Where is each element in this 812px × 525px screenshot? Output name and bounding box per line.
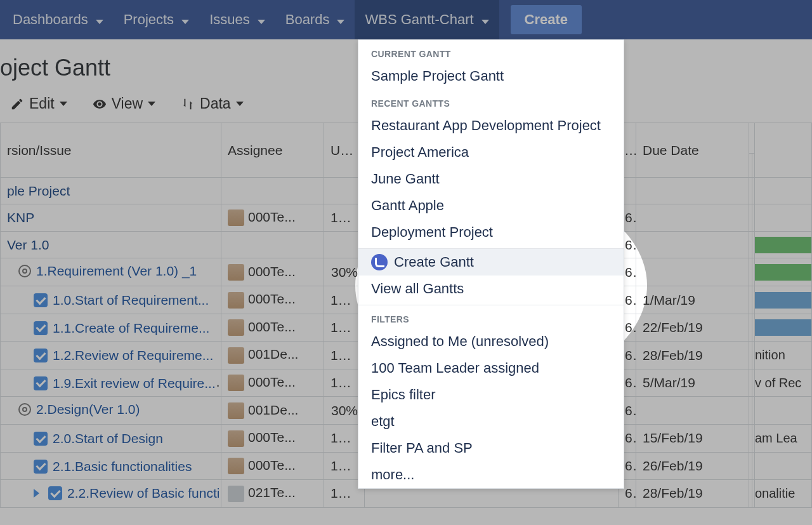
task-name: 1.0.Start of Requirement...: [53, 293, 209, 308]
col-week: Mon 1: [749, 123, 755, 154]
create-gantt-icon: [371, 254, 388, 270]
task-name: 2.2.Review of Basic functi...: [67, 486, 221, 501]
dropdown-item-label: Create Gantt: [394, 254, 474, 270]
assignee-name: 000Te...: [248, 264, 296, 279]
dropdown-item[interactable]: Deployment Project: [358, 219, 624, 246]
data-button[interactable]: Data: [181, 95, 244, 112]
nav-label: Issues: [209, 11, 250, 28]
dropdown-item-label: etgt: [371, 413, 395, 430]
dropdown-item-label: Gantt Apple: [371, 197, 444, 214]
nav-projects[interactable]: Projects: [114, 0, 199, 39]
dropdown-item[interactable]: Filter PA and SP: [358, 435, 624, 462]
avatar: [228, 264, 244, 281]
dropdown-item-label: Assigned to Me (unresolved): [371, 333, 549, 350]
dropdown-item-label: June Gantt: [371, 171, 440, 187]
due-date: [636, 397, 749, 425]
assignee-name: 000Te...: [248, 209, 296, 224]
avatar: [228, 319, 244, 336]
dropdown-item-label: Deployment Project: [371, 224, 493, 241]
due-date: [636, 232, 749, 258]
assignee-name: 000Te...: [248, 291, 296, 306]
dropdown-item-label: Epics filter: [371, 387, 435, 403]
dropdown-item-label: Sample Project Gantt: [371, 68, 504, 84]
chevron-down-icon: [179, 11, 189, 28]
data-label: Data: [200, 95, 231, 112]
avatar: [228, 347, 244, 364]
nav-dashboards[interactable]: Dashboards: [3, 0, 114, 39]
top-nav: Dashboards Projects Issues Boards WBS Ga…: [0, 0, 812, 39]
task-checkbox-icon: [34, 460, 48, 474]
gantt-bar[interactable]: [755, 319, 811, 336]
dropdown-item[interactable]: Restaurant App Development Project: [358, 112, 624, 139]
nav-label: WBS Gantt-Chart: [365, 11, 473, 28]
dropdown-section-label: RECENT GANTTS: [358, 90, 624, 112]
gantt-bar[interactable]: [755, 292, 811, 309]
gantt-bar[interactable]: [755, 237, 811, 253]
chevron-down-icon: [255, 11, 265, 28]
task-name: ple Project: [7, 183, 70, 199]
dropdown-item-label: Filter PA and SP: [371, 440, 473, 456]
create-button[interactable]: Create: [511, 5, 582, 34]
due-date: 28/Feb/19: [636, 480, 749, 507]
expand-icon[interactable]: [34, 489, 39, 498]
view-label: View: [112, 95, 143, 112]
task-name: Ver 1.0: [7, 237, 49, 253]
chevron-down-icon: [93, 11, 103, 28]
col-assignee[interactable]: Assignee: [221, 123, 324, 178]
dropdown-item[interactable]: Epics filter: [358, 382, 624, 408]
due-date: 5/Mar/19: [636, 369, 749, 396]
sort-icon: [181, 97, 195, 111]
nav-boards[interactable]: Boards: [275, 0, 355, 39]
dropdown-item[interactable]: Assigned to Me (unresolved): [358, 328, 624, 355]
avatar: [228, 209, 244, 226]
dropdown-item[interactable]: Sample Project Gantt: [358, 63, 624, 90]
dropdown-item-label: Restaurant App Development Project: [371, 117, 601, 134]
due-date: 1/Mar/19: [636, 286, 749, 314]
task-name: 2.0.Start of Design: [53, 431, 163, 446]
dropdown-section-label: FILTERS: [358, 305, 624, 328]
assignee-name: 021Te...: [248, 485, 296, 500]
task-name: 1.2.Review of Requireme...: [53, 348, 213, 363]
assignee-name: 001De...: [248, 347, 298, 361]
assignee-name: 000Te...: [248, 430, 296, 444]
nav-wbs-gantt[interactable]: WBS Gantt-Chart: [355, 0, 499, 39]
due-date: 22/Feb/19: [636, 314, 749, 341]
nav-label: Dashboards: [13, 11, 88, 28]
dropdown-item-label: Project America: [371, 144, 469, 161]
due-date: 15/Feb/19: [636, 425, 749, 452]
nav-issues[interactable]: Issues: [199, 0, 275, 39]
dropdown-item-label: 100 Team Leader assigned: [371, 360, 539, 376]
dropdown-item[interactable]: Create Gantt: [358, 249, 624, 276]
nav-label: Boards: [285, 11, 330, 28]
dropdown-section-label: CURRENT GANTT: [358, 40, 624, 63]
dropdown-item[interactable]: 100 Team Leader assigned: [358, 355, 624, 382]
edit-label: Edit: [29, 95, 55, 112]
due-date: [636, 258, 749, 286]
dropdown-item[interactable]: etgt: [358, 408, 624, 435]
task-checkbox-icon: [34, 321, 48, 335]
view-button[interactable]: View: [93, 95, 155, 112]
dropdown-item[interactable]: View all Gantts: [358, 276, 624, 302]
task-checkbox-icon: [34, 349, 48, 362]
avatar: [228, 402, 244, 419]
epic-icon: [18, 403, 31, 416]
col-bars: [755, 123, 812, 178]
due-date: 26/Feb/19: [636, 452, 749, 479]
edit-button[interactable]: Edit: [10, 95, 67, 112]
dropdown-item[interactable]: more...: [358, 462, 624, 488]
col-day-t: T: [752, 154, 755, 178]
chevron-down-icon: [479, 11, 489, 28]
task-name: 1.1.Create of Requireme...: [53, 321, 209, 336]
due-date: [636, 178, 749, 204]
dropdown-item[interactable]: Project America: [358, 139, 624, 166]
dropdown-item[interactable]: June Gantt: [358, 166, 624, 192]
col-name[interactable]: rsion/Issue: [1, 123, 221, 178]
col-due[interactable]: Due Date: [636, 123, 749, 178]
assignee-name: 000Te...: [248, 319, 296, 334]
avatar: [228, 430, 244, 447]
task-name: 1.Requirement (Ver 1.0) _1: [36, 263, 197, 279]
due-date: 28/Feb/19: [636, 342, 749, 369]
dropdown-item[interactable]: Gantt Apple: [358, 192, 624, 219]
gantt-bar[interactable]: [755, 264, 811, 281]
task-name: 2.Design(Ver 1.0): [36, 402, 140, 417]
